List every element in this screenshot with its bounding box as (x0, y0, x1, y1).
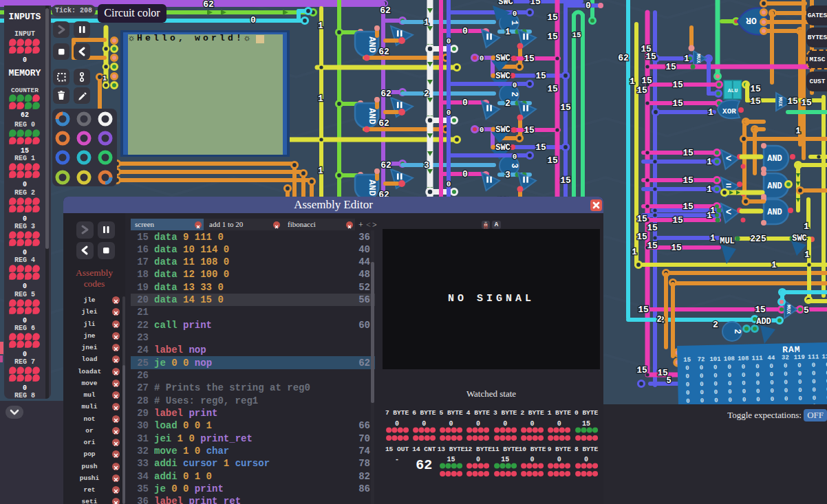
svg-text:15: 15 (636, 365, 647, 375)
svg-text:AND: AND (767, 182, 782, 191)
svg-text:MUX: MUX (696, 54, 701, 63)
svg-text:1: 1 (509, 20, 519, 25)
svg-text:15: 15 (683, 148, 694, 158)
svg-text:ALU: ALU (728, 87, 738, 94)
svg-text:15: 15 (560, 102, 571, 113)
svg-text:SWC: SWC (495, 143, 511, 153)
svg-text:1: 1 (424, 17, 429, 28)
svg-text:15: 15 (683, 175, 694, 186)
svg-text:=: = (726, 181, 731, 192)
svg-text:15: 15 (672, 215, 683, 226)
svg-text:1: 1 (804, 250, 810, 260)
svg-text:15: 15 (647, 223, 658, 233)
svg-text:15: 15 (787, 96, 798, 107)
svg-text:3: 3 (505, 170, 511, 180)
svg-text:MUX: MUX (777, 97, 783, 107)
svg-text:SWC: SWC (495, 125, 511, 135)
svg-text:1: 1 (318, 21, 323, 31)
svg-text:1: 1 (684, 54, 689, 64)
svg-text:15: 15 (672, 98, 683, 109)
svg-text:62: 62 (378, 118, 389, 129)
svg-text:62: 62 (380, 160, 391, 171)
svg-text:SWC: SWC (495, 72, 511, 81)
svg-text:XOR: XOR (722, 107, 736, 116)
svg-text:15: 15 (647, 241, 658, 251)
svg-text:1: 1 (707, 157, 712, 167)
svg-text:MUX: MUX (786, 305, 791, 314)
svg-text:15: 15 (636, 85, 647, 96)
svg-text:15: 15 (547, 12, 558, 23)
svg-text:1: 1 (318, 94, 323, 104)
svg-text:2: 2 (424, 89, 429, 99)
svg-text:3: 3 (424, 160, 429, 171)
svg-text:15: 15 (535, 142, 546, 153)
svg-text:1: 1 (630, 76, 635, 87)
svg-text:0: 0 (513, 153, 517, 161)
svg-text:0: 0 (250, 15, 256, 25)
svg-text:0: 0 (462, 26, 468, 36)
svg-text:OR: OR (746, 15, 757, 25)
svg-text:0: 0 (462, 98, 468, 108)
svg-text:1: 1 (707, 184, 712, 195)
svg-text:62: 62 (203, 0, 214, 10)
svg-text:15: 15 (750, 96, 761, 107)
svg-text:2: 2 (713, 320, 718, 330)
svg-text:5: 5 (666, 376, 671, 386)
svg-text:3: 3 (509, 163, 519, 168)
svg-text:15: 15 (801, 98, 812, 108)
svg-text:1: 1 (804, 221, 809, 232)
svg-text:0: 0 (513, 81, 517, 89)
svg-text:15: 15 (665, 62, 676, 72)
svg-text:15: 15 (547, 155, 558, 166)
svg-text:0: 0 (447, 109, 451, 117)
svg-text:1: 1 (318, 166, 323, 176)
svg-text:1: 1 (103, 74, 107, 83)
svg-text:SWC: SWC (792, 234, 807, 243)
svg-text:AND: AND (367, 108, 377, 124)
svg-text:15: 15 (547, 84, 558, 94)
svg-text:AND: AND (367, 36, 377, 53)
svg-text:15: 15 (750, 84, 761, 94)
svg-text:1: 1 (771, 260, 777, 270)
svg-text:MUL: MUL (720, 237, 735, 246)
svg-text:0: 0 (447, 37, 451, 45)
svg-text:0: 0 (480, 54, 484, 63)
svg-text:15: 15 (672, 80, 683, 90)
svg-text:0: 0 (447, 180, 451, 188)
svg-text:2: 2 (656, 315, 661, 325)
svg-text:15: 15 (638, 305, 649, 315)
svg-text:1: 1 (710, 233, 716, 243)
svg-text:225: 225 (750, 234, 766, 244)
svg-text:15: 15 (683, 201, 694, 212)
svg-text:62: 62 (378, 47, 389, 57)
svg-text:62: 62 (380, 89, 391, 99)
svg-text:1: 1 (710, 206, 716, 216)
svg-text:0: 0 (586, 1, 591, 11)
svg-text:15: 15 (535, 71, 546, 81)
svg-text:<: < (726, 153, 731, 164)
svg-text:15: 15 (524, 125, 535, 135)
svg-text:AND: AND (767, 154, 782, 164)
svg-text:1: 1 (795, 126, 801, 136)
svg-text:0: 0 (462, 169, 468, 179)
svg-text:2: 2 (509, 91, 519, 96)
svg-text:15: 15 (671, 243, 682, 253)
svg-text:15: 15 (560, 175, 571, 186)
svg-text:1: 1 (632, 247, 637, 257)
svg-text:1: 1 (505, 27, 511, 37)
svg-text:15: 15 (530, 0, 541, 7)
svg-text:SWC: SWC (498, 0, 513, 7)
svg-text:62: 62 (618, 53, 629, 63)
svg-text:15: 15 (641, 76, 652, 86)
svg-text:0: 0 (513, 10, 517, 18)
svg-text:62: 62 (380, 6, 391, 16)
svg-text:15: 15 (645, 52, 656, 62)
svg-text:1: 1 (708, 107, 713, 118)
svg-text:ADD: ADD (756, 317, 771, 327)
svg-text:15: 15 (636, 232, 647, 242)
svg-text:5: 5 (804, 305, 809, 316)
svg-text:15: 15 (572, 31, 581, 39)
svg-text:<: < (726, 207, 731, 218)
svg-text:2: 2 (732, 329, 742, 333)
svg-text:AND: AND (367, 179, 377, 196)
